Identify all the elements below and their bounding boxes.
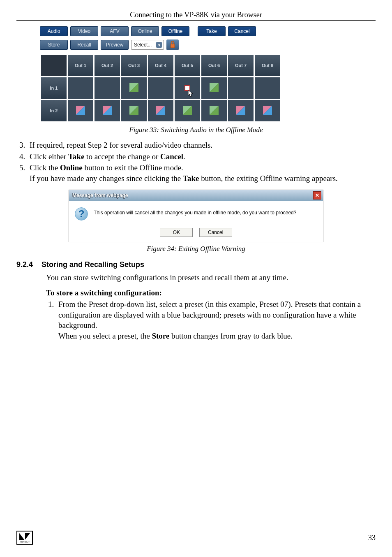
cell-in1-out3[interactable] bbox=[121, 77, 147, 99]
preview-button[interactable]: Preview bbox=[101, 40, 129, 50]
cell-in2-out8[interactable] bbox=[255, 100, 280, 121]
switcher-row2: Store Recall Preview Select... ▾ bbox=[40, 39, 352, 50]
cell-in2-out2[interactable] bbox=[95, 100, 120, 121]
store-button[interactable]: Store bbox=[40, 40, 68, 50]
cell-in2-out7[interactable] bbox=[228, 100, 254, 121]
dialog-ok-button[interactable]: OK bbox=[160, 228, 193, 237]
section-intro: You can store switching configurations i… bbox=[46, 272, 376, 283]
store-step-list: From the Preset drop-down list, select a… bbox=[56, 299, 376, 341]
offline-button[interactable]: Offline bbox=[161, 26, 189, 36]
cell-in2-out4[interactable] bbox=[148, 100, 173, 121]
dialog-title-text: Message from webpage bbox=[72, 193, 128, 198]
cell-in2-out3[interactable] bbox=[121, 100, 147, 121]
to-store-heading: To store a switching configuration: bbox=[46, 288, 376, 297]
dialog-message: This operation will cancel all the chang… bbox=[94, 207, 296, 216]
take-button[interactable]: Take bbox=[198, 26, 226, 36]
step-5: Click the Online button to exit the Offl… bbox=[27, 162, 376, 183]
lock-button[interactable] bbox=[166, 39, 179, 50]
section-title: Storing and Recalling Setups bbox=[42, 260, 144, 269]
dialog-cancel-button[interactable]: Cancel bbox=[199, 228, 232, 237]
cursor-icon bbox=[188, 90, 194, 97]
col-out5: Out 5 bbox=[175, 55, 200, 76]
offline-exit-dialog: Message from webpage ✕ ? This operation … bbox=[69, 190, 323, 242]
routing-matrix: Out 1 Out 2 Out 3 Out 4 Out 5 Out 6 Out … bbox=[40, 53, 281, 123]
question-icon: ? bbox=[75, 207, 88, 220]
afv-button[interactable]: AFV bbox=[101, 26, 129, 36]
figure34-caption: Figure 34: Exiting Offline Warning bbox=[16, 245, 376, 253]
cell-in2-out1[interactable] bbox=[68, 100, 93, 121]
col-out7: Out 7 bbox=[228, 55, 254, 76]
header-rule bbox=[16, 20, 376, 21]
col-out3: Out 3 bbox=[121, 55, 147, 76]
switcher-screenshot: Audio Video AFV Online Offline Take Canc… bbox=[40, 26, 352, 123]
row-in1: In 1 bbox=[41, 77, 67, 99]
video-button[interactable]: Video bbox=[70, 26, 98, 36]
online-button[interactable]: Online bbox=[131, 26, 159, 36]
figure33-caption: Figure 33: Switching Audio in the Offlin… bbox=[16, 126, 376, 134]
cell-in1-out5[interactable] bbox=[175, 77, 200, 99]
step-4: Click either Take to accept the change o… bbox=[27, 151, 376, 162]
preset-select[interactable]: Select... ▾ bbox=[131, 40, 164, 50]
cell-in2-out5[interactable] bbox=[175, 100, 200, 121]
footer-rule bbox=[16, 528, 376, 528]
col-out8: Out 8 bbox=[255, 55, 280, 76]
chevron-down-icon: ▾ bbox=[156, 42, 162, 48]
cell-in1-out2[interactable] bbox=[95, 77, 120, 99]
col-out1: Out 1 bbox=[68, 55, 93, 76]
step-3: If required, repeat Step 2 for several a… bbox=[27, 140, 376, 151]
page-footer: KRAMER 33 bbox=[16, 528, 376, 545]
matrix-corner bbox=[41, 55, 67, 76]
recall-button[interactable]: Recall bbox=[70, 40, 98, 50]
section-number: 9.2.4 bbox=[16, 260, 39, 269]
cell-in1-out1[interactable] bbox=[68, 77, 93, 99]
brand-name: KRAMER bbox=[20, 541, 30, 543]
cell-in2-out6[interactable] bbox=[201, 100, 227, 121]
close-icon[interactable]: ✕ bbox=[313, 191, 321, 200]
row-in2: In 2 bbox=[41, 100, 67, 121]
audio-button[interactable]: Audio bbox=[40, 26, 68, 36]
cancel-button[interactable]: Cancel bbox=[228, 26, 256, 36]
section-heading: 9.2.4 Storing and Recalling Setups bbox=[16, 260, 376, 269]
page-number: 33 bbox=[368, 534, 376, 542]
brand-logo: KRAMER bbox=[16, 531, 33, 545]
cell-in1-out4[interactable] bbox=[148, 77, 173, 99]
col-out2: Out 2 bbox=[95, 55, 120, 76]
dialog-actions: OK Cancel bbox=[69, 226, 323, 242]
lock-icon bbox=[169, 41, 176, 49]
col-out4: Out 4 bbox=[148, 55, 173, 76]
page-header: Connecting to the VP-88K via your Browse… bbox=[16, 11, 376, 19]
dialog-titlebar: Message from webpage ✕ bbox=[69, 190, 323, 201]
cell-in1-out8[interactable] bbox=[255, 77, 280, 99]
col-out6: Out 6 bbox=[201, 55, 227, 76]
preset-select-label: Select... bbox=[134, 42, 152, 48]
cell-in1-out6[interactable] bbox=[201, 77, 227, 99]
store-step-1: From the Preset drop-down list, select a… bbox=[56, 299, 376, 341]
step-list: If required, repeat Step 2 for several a… bbox=[27, 140, 376, 184]
switcher-row1: Audio Video AFV Online Offline Take Canc… bbox=[40, 26, 352, 36]
cell-in1-out7[interactable] bbox=[228, 77, 254, 99]
